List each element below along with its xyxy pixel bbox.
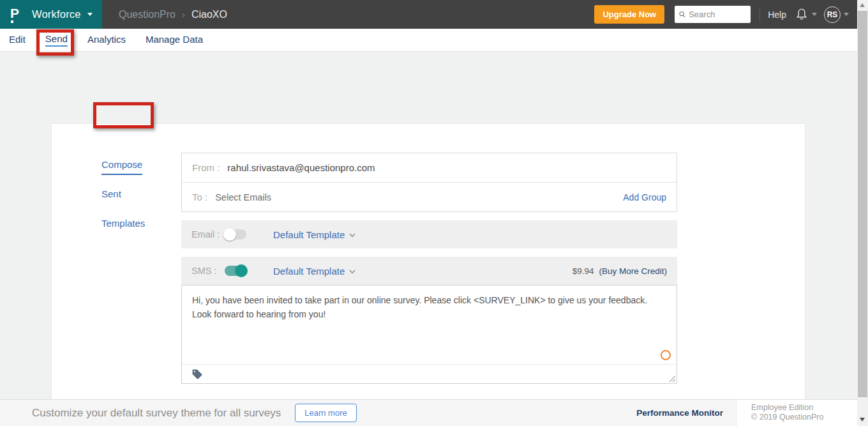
chevron-down-icon xyxy=(349,270,355,274)
edition-label: Employee Edition xyxy=(751,403,857,413)
tag-icon xyxy=(191,369,203,380)
from-label: From : xyxy=(192,162,220,173)
sms-toggle[interactable] xyxy=(225,266,246,276)
loading-circle-icon xyxy=(661,350,671,360)
performance-monitor-link[interactable]: Performance Monitor xyxy=(636,408,723,418)
workforce-product-switcher[interactable]: P Workforce xyxy=(0,0,102,29)
tab-manage-data[interactable]: Manage Data xyxy=(146,34,203,46)
email-toggle[interactable] xyxy=(225,229,246,240)
message-toolbar xyxy=(182,364,677,383)
questionpro-logo-icon: P xyxy=(10,6,23,23)
content-background: Compose Sent Templates From : rahul.sriv… xyxy=(0,52,857,399)
message-box: Hi, you have been invited to take part i… xyxy=(181,285,677,384)
message-textarea[interactable]: Hi, you have been invited to take part i… xyxy=(182,285,677,365)
sidebar-item-templates[interactable]: Templates xyxy=(101,218,145,229)
send-side-nav: Compose Sent Templates xyxy=(101,159,145,247)
edition-panel: Employee Edition © 2019 QuestionPro xyxy=(737,400,857,426)
breadcrumb-current: CiaoXO xyxy=(191,9,227,20)
navbar-divider xyxy=(760,8,760,22)
chevron-down-icon xyxy=(844,13,849,16)
email-template-label: Default Template xyxy=(273,229,345,240)
sms-channel-row: SMS : Default Template $9.94 (Buy More C… xyxy=(181,257,677,285)
survey-tabbar: Edit Send Analytics Manage Data xyxy=(0,29,857,52)
sms-balance: $9.94 xyxy=(572,266,594,276)
sidebar-item-compose[interactable]: Compose xyxy=(101,159,142,175)
app-root: P Workforce QuestionPro › CiaoXO Upgrade… xyxy=(0,0,868,426)
address-box: From : rahul.srivastava@questionpro.com … xyxy=(181,153,677,212)
sms-template-dropdown[interactable]: Default Template xyxy=(273,266,355,277)
sms-label: SMS : xyxy=(191,266,222,276)
scrollbar-thumb[interactable] xyxy=(858,11,867,397)
breadcrumb: QuestionPro › CiaoXO xyxy=(119,9,227,20)
resize-handle-icon[interactable] xyxy=(669,376,676,383)
footer-promo-text: Customize your default survey theme for … xyxy=(32,407,281,420)
copyright-label: © 2019 QuestionPro xyxy=(751,413,857,423)
email-template-dropdown[interactable]: Default Template xyxy=(273,229,355,240)
merge-tag-button[interactable] xyxy=(191,369,203,380)
to-value: Select Emails xyxy=(215,192,271,202)
to-label: To : xyxy=(192,192,207,202)
learn-more-button[interactable]: Learn more xyxy=(295,404,356,422)
from-field[interactable]: From : rahul.srivastava@questionpro.com xyxy=(182,153,677,182)
search-box[interactable] xyxy=(675,6,751,23)
help-link[interactable]: Help xyxy=(768,10,786,20)
notifications-button[interactable] xyxy=(795,7,817,22)
search-input[interactable] xyxy=(689,10,746,19)
from-value: rahul.srivastava@questionpro.com xyxy=(227,162,375,173)
footer: Customize your default survey theme for … xyxy=(0,399,857,426)
to-field[interactable]: To : Select Emails Add Group xyxy=(182,182,677,211)
account-menu[interactable]: RS xyxy=(824,6,849,23)
email-channel-row: Email : Default Template xyxy=(181,220,677,248)
tab-edit[interactable]: Edit xyxy=(9,34,26,46)
sidebar-item-sent[interactable]: Sent xyxy=(101,188,121,199)
bell-icon xyxy=(795,7,809,22)
chevron-down-icon xyxy=(87,13,93,16)
search-icon xyxy=(679,10,685,19)
compose-form: From : rahul.srivastava@questionpro.com … xyxy=(181,153,677,423)
upgrade-now-button[interactable]: Upgrade Now xyxy=(594,5,664,24)
sms-template-label: Default Template xyxy=(273,266,345,277)
add-group-link[interactable]: Add Group xyxy=(623,192,666,202)
chevron-down-icon xyxy=(812,13,817,16)
scroll-down-arrow-icon[interactable] xyxy=(860,418,865,422)
buy-more-credit-link[interactable]: (Buy More Credit) xyxy=(599,266,667,276)
sms-credit-group: $9.94 (Buy More Credit) xyxy=(572,266,667,276)
chevron-down-icon xyxy=(349,233,355,238)
breadcrumb-parent[interactable]: QuestionPro xyxy=(119,9,176,20)
product-name: Workforce xyxy=(32,8,81,20)
tab-send[interactable]: Send xyxy=(45,33,68,47)
scroll-up-arrow-icon[interactable] xyxy=(860,3,865,7)
send-panel-card: Compose Sent Templates From : rahul.sriv… xyxy=(51,123,805,426)
breadcrumb-separator-icon: › xyxy=(182,9,185,20)
top-navbar: P Workforce QuestionPro › CiaoXO Upgrade… xyxy=(0,0,857,29)
email-label: Email : xyxy=(191,229,222,240)
tab-analytics[interactable]: Analytics xyxy=(87,34,126,46)
avatar: RS xyxy=(824,6,841,23)
vertical-scrollbar[interactable] xyxy=(857,0,868,426)
